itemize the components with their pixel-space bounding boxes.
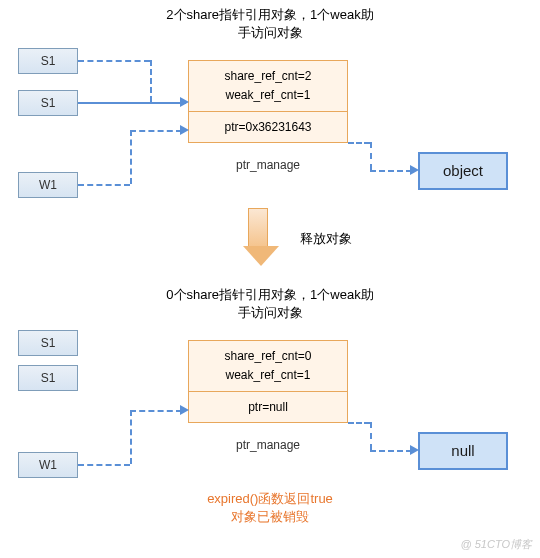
expired-line1: expired()函数返回true bbox=[207, 491, 333, 506]
top-title-line2: 手访问对象 bbox=[238, 25, 303, 40]
top-title: 2个share指针引用对象，1个weak助 手访问对象 bbox=[120, 6, 420, 42]
top-manage-box: share_ref_cnt=2 weak_ref_cnt=1 ptr=0x362… bbox=[188, 60, 348, 143]
bottom-manage-bottom: ptr=null bbox=[189, 392, 347, 422]
arrow-bw1-v bbox=[130, 410, 132, 464]
bottom-w1-box: W1 bbox=[18, 452, 78, 478]
top-w1-box: W1 bbox=[18, 172, 78, 198]
arrow-obj-h1 bbox=[348, 142, 370, 144]
release-arrow bbox=[243, 208, 273, 266]
arrow-bw1-h2 bbox=[130, 410, 182, 412]
bottom-manage-label: ptr_manage bbox=[188, 438, 348, 452]
top-ptr-value: ptr=0x36231643 bbox=[189, 120, 347, 134]
arrow-s2-head bbox=[180, 97, 189, 107]
bottom-title-line2: 手访问对象 bbox=[238, 305, 303, 320]
arrow-bobj-h1 bbox=[348, 422, 370, 424]
bottom-ptr-value: ptr=null bbox=[189, 400, 347, 414]
bottom-title: 0个share指针引用对象，1个weak助 手访问对象 bbox=[120, 286, 420, 322]
arrow-bw1-head bbox=[180, 405, 189, 415]
top-s2-box: S1 bbox=[18, 90, 78, 116]
bottom-manage-top: share_ref_cnt=0 weak_ref_cnt=1 bbox=[189, 341, 347, 392]
arrow-obj-h2 bbox=[370, 170, 412, 172]
bottom-s2-box: S1 bbox=[18, 365, 78, 391]
watermark: @ 51CTO博客 bbox=[461, 537, 532, 552]
arrow-s2-h bbox=[78, 102, 186, 104]
top-manage-bottom: ptr=0x36231643 bbox=[189, 112, 347, 142]
top-manage-top: share_ref_cnt=2 weak_ref_cnt=1 bbox=[189, 61, 347, 112]
arrow-bobj-h2 bbox=[370, 450, 412, 452]
arrow-s1-v bbox=[150, 60, 152, 102]
arrow-w1-h1 bbox=[78, 184, 130, 186]
bottom-s1-box: S1 bbox=[18, 330, 78, 356]
action-text: 释放对象 bbox=[300, 230, 352, 248]
arrow-w1-v bbox=[130, 130, 132, 184]
bottom-object-box: null bbox=[418, 432, 508, 470]
arrow-obj-v bbox=[370, 142, 372, 170]
arrow-obj-head bbox=[410, 165, 419, 175]
arrow-w1-head bbox=[180, 125, 189, 135]
arrow-bw1-h1 bbox=[78, 464, 130, 466]
arrow-bobj-head bbox=[410, 445, 419, 455]
expired-line2: 对象已被销毁 bbox=[231, 509, 309, 524]
top-title-line1: 2个share指针引用对象，1个weak助 bbox=[166, 7, 373, 22]
expired-text: expired()函数返回true 对象已被销毁 bbox=[165, 490, 375, 526]
top-weak-ref: weak_ref_cnt=1 bbox=[189, 86, 347, 105]
arrow-w1-h2 bbox=[130, 130, 182, 132]
top-object-box: object bbox=[418, 152, 508, 190]
bottom-title-line1: 0个share指针引用对象，1个weak助 bbox=[166, 287, 373, 302]
bottom-share-ref: share_ref_cnt=0 bbox=[189, 347, 347, 366]
top-share-ref: share_ref_cnt=2 bbox=[189, 67, 347, 86]
bottom-weak-ref: weak_ref_cnt=1 bbox=[189, 366, 347, 385]
top-s1-box: S1 bbox=[18, 48, 78, 74]
arrow-bobj-v bbox=[370, 422, 372, 450]
bottom-manage-box: share_ref_cnt=0 weak_ref_cnt=1 ptr=null bbox=[188, 340, 348, 423]
arrow-s1-h bbox=[78, 60, 150, 62]
top-manage-label: ptr_manage bbox=[188, 158, 348, 172]
